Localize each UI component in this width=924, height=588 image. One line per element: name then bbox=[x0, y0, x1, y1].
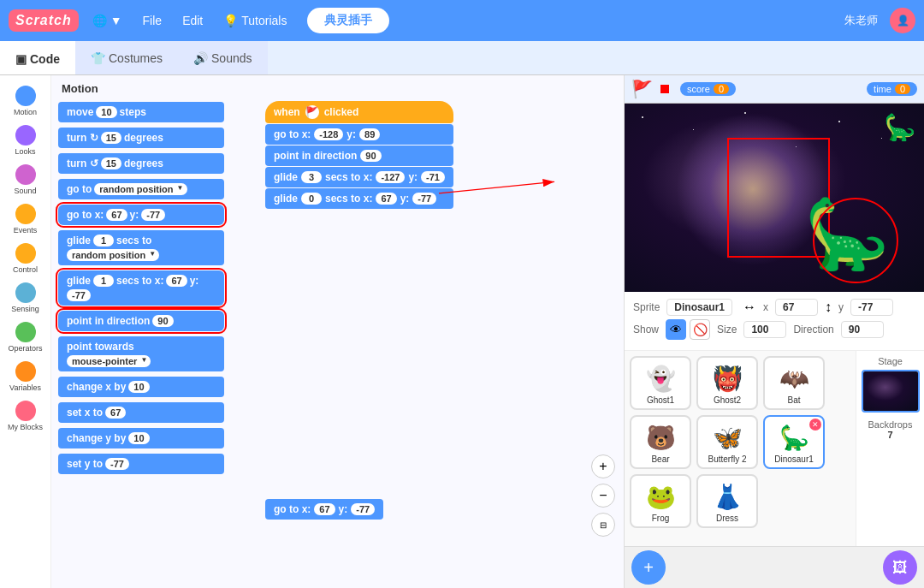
sprite-card-dress[interactable]: 👗 Dress bbox=[696, 474, 758, 528]
x-value[interactable]: 67 bbox=[775, 299, 818, 316]
time-display: time 0 bbox=[867, 82, 917, 96]
sound-icon: 🔊 bbox=[193, 51, 208, 65]
user-avatar: 👤 bbox=[890, 8, 915, 33]
sidebar-item-control[interactable]: Control bbox=[2, 240, 50, 277]
size-value[interactable]: 100 bbox=[743, 321, 786, 338]
sidebar-item-sound[interactable]: Sound bbox=[2, 161, 50, 199]
block-goto-random[interactable]: go to random position bbox=[58, 179, 224, 199]
topbar: Scratch 🌐 ▼ File Edit 💡 Tutorials 典灵插手 朱… bbox=[0, 0, 924, 41]
globe-icon: 🌐 bbox=[92, 14, 107, 27]
sprite-list: 👻 Ghost1 👹 Ghost2 🦇 Bat 🐻 bbox=[630, 356, 850, 528]
show-label: Show bbox=[633, 324, 659, 336]
block-change-y[interactable]: change y by 10 bbox=[58, 428, 224, 448]
editor-glide-1[interactable]: glide 3 secs to x: -127 y: -71 bbox=[265, 167, 453, 187]
stage-sidebar: Stage Backdrops 7 bbox=[856, 351, 924, 546]
sprite-card-dinosaur1[interactable]: ✕ 🦕 Dinosaur1 bbox=[763, 415, 825, 469]
sprite-img-butterfly2: 🦋 bbox=[706, 420, 749, 454]
score-value: 0 bbox=[714, 84, 729, 94]
editor-standalone-goto[interactable]: go to x: 67 y: -77 bbox=[265, 499, 383, 520]
code-editor: when 🚩 clicked go to x: -128 y: 89 point… bbox=[231, 75, 625, 588]
direction-label: Direction bbox=[793, 324, 833, 336]
blocks-section-title: Motion bbox=[58, 82, 224, 95]
tutorials-button[interactable]: 💡 Tutorials bbox=[216, 10, 293, 31]
edit-menu-button[interactable]: Edit bbox=[175, 10, 210, 31]
sprite-card-bat[interactable]: 🦇 Bat bbox=[763, 356, 825, 410]
sprite-card-ghost2[interactable]: 👹 Ghost2 bbox=[696, 356, 758, 410]
svg-line-1 bbox=[439, 181, 554, 193]
sidebar-item-operators[interactable]: Operators bbox=[2, 318, 50, 356]
sidebar-item-sensing[interactable]: Sensing bbox=[2, 279, 50, 317]
add-sprite-icon: + bbox=[643, 558, 654, 578]
x-arrow-icon: ↔ bbox=[743, 300, 756, 315]
sprite-img-bear: 🐻 bbox=[639, 420, 682, 454]
bottom-panel: 👻 Ghost1 👹 Ghost2 🦇 Bat 🐻 bbox=[625, 351, 924, 546]
editor-glide-2[interactable]: glide 0 secs to x: 67 y: -77 bbox=[265, 188, 453, 209]
block-change-x[interactable]: change x by 10 bbox=[58, 377, 224, 397]
block-set-y[interactable]: set y to -77 bbox=[58, 454, 224, 474]
sprite-img-ghost2: 👹 bbox=[706, 361, 749, 395]
stage-red-circle bbox=[813, 198, 898, 283]
zoom-fit-button[interactable]: ⊟ bbox=[591, 513, 615, 537]
zoom-in-button[interactable]: + bbox=[591, 454, 615, 478]
sprite-card-bear[interactable]: 🐻 Bear bbox=[630, 415, 691, 469]
block-point-direction[interactable]: point in direction 90 bbox=[58, 311, 224, 331]
show-visible-button[interactable]: 👁 bbox=[666, 319, 686, 340]
editor-point-direction[interactable]: point in direction 90 bbox=[265, 146, 453, 166]
stage-thumbnail[interactable] bbox=[862, 370, 920, 413]
sprite-img-frog: 🐸 bbox=[639, 479, 682, 514]
block-glide-xy[interactable]: glide 1 secs to x: 67 y: -77 bbox=[58, 270, 224, 306]
block-point-towards[interactable]: point towards mouse-pointer bbox=[58, 336, 224, 371]
stage-canvas[interactable]: 🦕 🦕 bbox=[625, 104, 924, 292]
zoom-out-button[interactable]: − bbox=[591, 484, 615, 508]
sprite-card-frog[interactable]: 🐸 Frog bbox=[630, 474, 691, 528]
block-move[interactable]: move 10 steps bbox=[58, 102, 224, 122]
block-turn-ccw[interactable]: turn ↺ 15 degrees bbox=[58, 153, 224, 174]
script-group-standalone: go to x: 67 y: -77 bbox=[265, 499, 383, 520]
x-label: x bbox=[763, 301, 768, 313]
size-label: Size bbox=[717, 324, 737, 336]
block-turn-cw[interactable]: turn ↻ 15 degrees bbox=[58, 128, 224, 148]
y-value[interactable]: -77 bbox=[850, 299, 893, 316]
sidebar-item-events[interactable]: Events bbox=[2, 200, 50, 238]
sidebar-item-variables[interactable]: Variables bbox=[2, 358, 50, 395]
sprite-name-bat: Bat bbox=[787, 395, 800, 405]
direction-value[interactable]: 90 bbox=[841, 321, 884, 338]
editor-hat-block[interactable]: when 🚩 clicked bbox=[265, 101, 453, 123]
green-flag-button[interactable]: 🚩 bbox=[631, 79, 653, 99]
sidebar-item-looks[interactable]: Looks bbox=[2, 122, 50, 159]
file-menu-button[interactable]: File bbox=[136, 10, 169, 31]
block-glide-random[interactable]: glide 1 secs to random position bbox=[58, 230, 224, 265]
sprite-name-label: Sprite bbox=[633, 301, 660, 313]
sprite-name-ghost2: Ghost2 bbox=[714, 395, 741, 405]
sprite-img-bat: 🦇 bbox=[773, 361, 815, 395]
sidebar-item-myblocks[interactable]: My Blocks bbox=[2, 397, 50, 435]
sprite-name-value: Dinosaur1 bbox=[666, 299, 732, 316]
sprite-card-ghost1[interactable]: 👻 Ghost1 bbox=[630, 356, 691, 410]
y-label: y bbox=[838, 301, 844, 313]
globe-button[interactable]: 🌐 ▼ bbox=[86, 10, 129, 31]
tab-code[interactable]: ▣ Code bbox=[0, 41, 75, 74]
sprite-delete-dinosaur1[interactable]: ✕ bbox=[809, 419, 821, 431]
block-goto-xy[interactable]: go to x: 67 y: -77 bbox=[58, 205, 224, 225]
stage-panel: 🚩 ⏹ score 0 time 0 🦕 bbox=[625, 75, 924, 588]
bottom-bar: + 🖼 bbox=[625, 546, 924, 588]
block-set-x[interactable]: set x to 67 bbox=[58, 402, 224, 423]
sidebar-item-motion[interactable]: Motion bbox=[2, 82, 50, 120]
sprite-card-butterfly2[interactable]: 🦋 Butterfly 2 bbox=[696, 415, 758, 469]
sprite-name-butterfly2: Butterfly 2 bbox=[708, 454, 746, 464]
tab-sounds[interactable]: 🔊 Sounds bbox=[178, 41, 267, 74]
active-project-tab[interactable]: 典灵插手 bbox=[307, 8, 389, 33]
globe-arrow: ▼ bbox=[110, 14, 122, 27]
blocks-list: Motion move 10 steps turn ↻ 15 degrees t… bbox=[51, 75, 231, 588]
show-hidden-button[interactable]: 🚫 bbox=[690, 319, 710, 340]
scratch-logo[interactable]: Scratch bbox=[9, 9, 79, 32]
tab-costumes[interactable]: 👕 Costumes bbox=[75, 41, 178, 74]
costume-icon: 👕 bbox=[91, 51, 105, 65]
sprite-grid: 👻 Ghost1 👹 Ghost2 🦇 Bat 🐻 bbox=[625, 351, 856, 546]
stage-sidebar-title: Stage bbox=[878, 356, 903, 366]
add-sprite-button[interactable]: + bbox=[631, 550, 666, 585]
add-backdrop-button[interactable]: 🖼 bbox=[883, 550, 917, 585]
editor-goto-xy-1[interactable]: go to x: -128 y: 89 bbox=[265, 124, 453, 145]
stage-controls: 🚩 ⏹ score 0 time 0 bbox=[625, 75, 924, 104]
stop-button[interactable]: ⏹ bbox=[658, 81, 672, 97]
